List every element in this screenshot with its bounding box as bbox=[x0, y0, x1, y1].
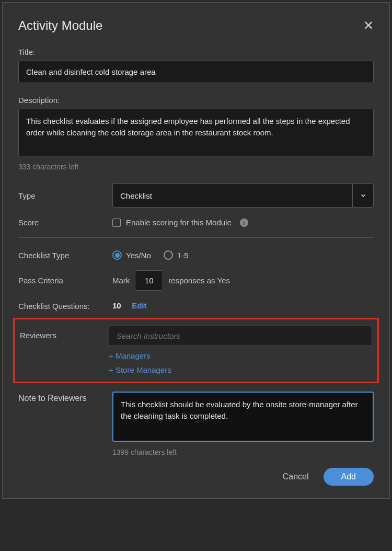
score-checkbox-wrap: Enable scoring for this Module i bbox=[112, 218, 374, 227]
close-button[interactable]: ✕ bbox=[363, 19, 374, 32]
activity-module-modal: Activity Module ✕ Title: Description: 33… bbox=[2, 2, 390, 499]
chevron-down-icon bbox=[352, 184, 373, 207]
note-chars-left: 1399 characters left bbox=[112, 448, 374, 456]
title-label: Title: bbox=[18, 48, 374, 56]
close-icon: ✕ bbox=[363, 18, 374, 32]
type-label: Type bbox=[18, 191, 112, 200]
reviewers-search-input[interactable] bbox=[109, 326, 372, 346]
modal-title: Activity Module bbox=[18, 18, 102, 33]
score-label: Score bbox=[18, 218, 112, 227]
modal-footer: Cancel Add bbox=[18, 468, 374, 486]
info-icon[interactable]: i bbox=[240, 219, 248, 227]
pass-suffix: responses as Yes bbox=[168, 276, 230, 285]
reviewers-row: Reviewers + Managers + Store Managers bbox=[20, 326, 372, 374]
score-checkbox[interactable] bbox=[112, 219, 121, 227]
checklist-type-label: Checklist Type bbox=[18, 251, 112, 260]
checklist-questions-count: 10 bbox=[112, 301, 121, 310]
radio-yes-no-label: Yes/No bbox=[126, 251, 151, 260]
description-textarea[interactable] bbox=[18, 109, 374, 156]
note-label: Note to Reviewers bbox=[18, 392, 112, 403]
radio-yes-no[interactable]: Yes/No bbox=[112, 250, 151, 260]
radio-icon bbox=[112, 250, 122, 260]
divider bbox=[18, 237, 374, 238]
edit-questions-link[interactable]: Edit bbox=[132, 301, 146, 310]
add-store-managers-link[interactable]: + Store Managers bbox=[109, 365, 372, 374]
checklist-type-radio-group: Yes/No 1-5 bbox=[112, 250, 374, 260]
score-checkbox-label: Enable scoring for this Module bbox=[126, 218, 232, 227]
score-row: Score Enable scoring for this Module i bbox=[18, 218, 374, 227]
pass-criteria-control: Mark responses as Yes bbox=[112, 270, 374, 291]
description-field-group: Description: 333 characters left bbox=[18, 96, 374, 171]
reviewers-label: Reviewers bbox=[20, 326, 109, 340]
description-label: Description: bbox=[18, 96, 374, 105]
radio-1-5-label: 1-5 bbox=[177, 251, 189, 260]
checklist-type-row: Checklist Type Yes/No 1-5 bbox=[18, 250, 374, 260]
title-input[interactable] bbox=[18, 61, 374, 83]
pass-count-input[interactable] bbox=[135, 270, 163, 291]
checklist-questions-label: Checklist Questions: bbox=[18, 302, 112, 311]
radio-icon bbox=[164, 250, 173, 260]
title-field-group: Title: bbox=[18, 48, 374, 83]
type-row: Type Checklist bbox=[18, 183, 374, 208]
note-row: Note to Reviewers 1399 characters left bbox=[18, 392, 374, 456]
radio-1-5[interactable]: 1-5 bbox=[164, 250, 189, 260]
reviewers-highlight: Reviewers + Managers + Store Managers bbox=[13, 318, 379, 383]
note-textarea[interactable] bbox=[112, 392, 374, 442]
pass-criteria-label: Pass Criteria bbox=[18, 276, 112, 285]
modal-header: Activity Module ✕ bbox=[18, 18, 374, 33]
add-managers-link[interactable]: + Managers bbox=[109, 351, 372, 360]
checklist-questions-row: Checklist Questions: 10 Edit bbox=[18, 301, 374, 311]
type-select-value: Checklist bbox=[113, 184, 352, 207]
cancel-button[interactable]: Cancel bbox=[283, 472, 309, 481]
description-chars-left: 333 characters left bbox=[18, 163, 374, 171]
pass-criteria-row: Pass Criteria Mark responses as Yes bbox=[18, 270, 374, 291]
pass-prefix: Mark bbox=[112, 276, 130, 285]
add-button[interactable]: Add bbox=[324, 468, 374, 486]
type-select[interactable]: Checklist bbox=[112, 183, 374, 208]
